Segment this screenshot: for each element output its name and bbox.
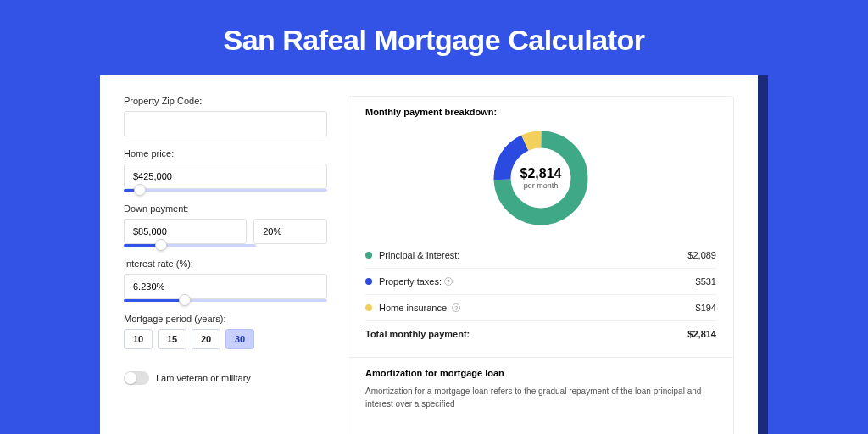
payment-donut-chart: $2,814 per month	[490, 127, 592, 229]
card-shadow: Property Zip Code: Home price: Down paym…	[100, 75, 768, 434]
legend-label: Principal & Interest:	[379, 250, 687, 260]
legend-row-principal: Principal & Interest: $2,089	[365, 242, 716, 268]
legend-row-total: Total monthly payment: $2,814	[365, 320, 716, 347]
legend-value: $194	[696, 303, 716, 313]
form-panel: Property Zip Code: Home price: Down paym…	[124, 96, 327, 434]
zip-label: Property Zip Code:	[124, 96, 327, 106]
slider-thumb[interactable]	[155, 239, 167, 251]
period-segmented: 10 15 20 30	[124, 329, 327, 349]
legend-value: $2,089	[687, 250, 716, 260]
veteran-toggle[interactable]	[124, 371, 149, 385]
slider-thumb[interactable]	[179, 294, 191, 306]
donut-sub: per month	[524, 181, 559, 190]
breakdown-panel: Monthly payment breakdown: $2,814 per mo…	[348, 96, 734, 434]
amortization-section: Amortization for mortgage loan Amortizat…	[348, 357, 733, 410]
help-icon[interactable]: ?	[444, 277, 453, 286]
zip-input[interactable]	[124, 111, 327, 136]
down-payment-pct-input[interactable]	[253, 219, 327, 244]
legend-value: $531	[696, 276, 716, 287]
interest-input[interactable]	[124, 274, 327, 299]
period-option-20[interactable]: 20	[192, 329, 220, 349]
interest-slider[interactable]	[124, 299, 327, 302]
legend-label: Property taxes: ?	[379, 276, 696, 287]
toggle-knob	[125, 372, 136, 384]
dot-icon	[365, 252, 372, 259]
legend-row-taxes: Property taxes: ? $531	[365, 268, 716, 294]
down-payment-slider[interactable]	[124, 244, 256, 247]
down-payment-input[interactable]	[124, 219, 247, 244]
page-title: San Rafeal Mortgage Calculator	[0, 0, 868, 75]
veteran-label: I am veteran or military	[156, 373, 251, 383]
legend-row-insurance: Home insurance: ? $194	[365, 294, 716, 320]
down-payment-label: Down payment:	[124, 203, 327, 214]
period-option-30[interactable]: 30	[225, 329, 254, 349]
legend-label: Home insurance: ?	[379, 303, 696, 313]
total-value: $2,814	[687, 329, 716, 339]
amortization-title: Amortization for mortgage loan	[365, 368, 716, 378]
home-price-input[interactable]	[124, 164, 327, 189]
period-option-10[interactable]: 10	[124, 329, 153, 349]
donut-amount: $2,814	[520, 166, 562, 181]
legend: Principal & Interest: $2,089 Property ta…	[365, 242, 716, 347]
period-label: Mortgage period (years):	[124, 314, 327, 324]
total-label: Total monthly payment:	[365, 329, 687, 339]
dot-icon	[365, 278, 372, 285]
period-option-15[interactable]: 15	[158, 329, 186, 349]
calculator-card: Property Zip Code: Home price: Down paym…	[100, 75, 758, 434]
breakdown-title: Monthly payment breakdown:	[365, 107, 716, 117]
home-price-slider[interactable]	[124, 189, 327, 192]
dot-icon	[365, 304, 372, 311]
help-icon[interactable]: ?	[452, 303, 460, 312]
interest-label: Interest rate (%):	[124, 259, 327, 269]
amortization-text: Amortization for a mortgage loan refers …	[365, 385, 716, 410]
home-price-label: Home price:	[124, 148, 327, 159]
